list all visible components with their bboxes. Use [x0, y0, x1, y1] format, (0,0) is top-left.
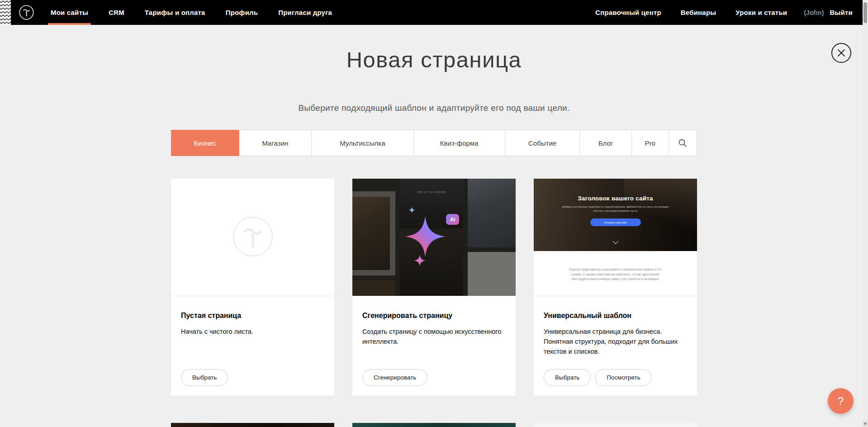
zigzag-pattern [0, 0, 11, 25]
card-actions: Выбрать Посмотреть [544, 369, 652, 386]
tab-business[interactable]: Бизнес [171, 130, 239, 156]
choose-button[interactable]: Выбрать [181, 369, 228, 386]
ai-sparkle-tiny-icon [408, 207, 415, 214]
nav-tariffs[interactable]: Тарифы и оплата [142, 0, 208, 25]
card-actions: Выбрать [181, 369, 228, 386]
nav-crm[interactable]: CRM [106, 0, 127, 25]
card-info: Пустая страница Начать с чистого листа. [171, 296, 334, 337]
nav-help-center[interactable]: Справочный центр [593, 0, 664, 25]
preview-button[interactable]: Посмотреть [595, 369, 651, 386]
card-title: Сгенерировать страницу [362, 312, 506, 320]
template-cta-button: Основное действие [590, 218, 641, 226]
website-collage: Title of Your Website [352, 179, 516, 296]
blank-page-preview [171, 179, 334, 296]
template-body-text: Коротко представьтесь и расскажите о ком… [569, 267, 663, 282]
card-actions: Сгенерировать [362, 369, 427, 386]
tab-quiz-form[interactable]: Квиз-форма [414, 130, 505, 156]
close-button[interactable] [831, 43, 851, 63]
help-button[interactable]: ? [828, 388, 854, 414]
tab-multilink[interactable]: Мультиссылка [312, 130, 413, 156]
partial-preview [171, 423, 334, 427]
template-grid: Пустая страница Начать с чистого листа. … [171, 179, 697, 396]
ai-sparkle-icon [405, 216, 446, 257]
nav-lessons[interactable]: Уроки и статьи [733, 0, 790, 25]
search-icon [678, 138, 688, 148]
page-subtitle: Выберите подходящий шаблон и адаптируйте… [0, 103, 868, 113]
generate-button[interactable]: Сгенерировать [362, 369, 427, 386]
card-description: Начать с чистого листа. [181, 327, 321, 337]
universal-template-preview: Заголовок вашего сайта Добавьте интересн… [534, 179, 697, 296]
ai-sparkle-small-icon [414, 255, 426, 266]
template-subtext: Добавьте интересные подробности о вашей … [562, 205, 669, 213]
card-info: Сгенерировать страницу Создать страницу … [352, 296, 516, 347]
template-grid-row2 [171, 423, 697, 427]
scrollbar-thumb[interactable] [863, 2, 867, 23]
secondary-nav: Справочный центр Вебинары Уроки и статьи… [593, 0, 855, 25]
nav-webinars[interactable]: Вебинары [678, 0, 719, 25]
card-description: Создать страницу с помощью искусственног… [362, 327, 503, 347]
scrollbar: ▼ [863, 0, 868, 427]
tab-shop[interactable]: Магазин [239, 130, 312, 156]
partial-preview [534, 423, 697, 427]
tab-search[interactable] [669, 130, 697, 156]
template-heading: Заголовок вашего сайта [534, 195, 697, 202]
close-icon [837, 48, 846, 57]
ai-collage-preview: Title of Your Website [352, 179, 516, 296]
nav-my-sites[interactable]: Мои сайты [48, 0, 91, 25]
ai-badge: AI [446, 214, 459, 225]
card-universal-template: Заголовок вашего сайта Добавьте интересн… [534, 179, 697, 396]
page-title: Новая страница [0, 47, 868, 72]
card-description: Универсальная страница для бизнеса. Поня… [544, 327, 684, 356]
logout-link[interactable]: Выйти [827, 0, 855, 25]
category-tabs: Бизнес Магазин Мультиссылка Квиз-форма С… [171, 130, 697, 156]
tilda-watermark-icon [232, 216, 274, 259]
card-title: Пустая страница [181, 312, 324, 320]
choose-button[interactable]: Выбрать [544, 369, 591, 386]
tab-pro[interactable]: Pro [632, 130, 669, 156]
card-partial-1 [171, 423, 334, 427]
template-thumbnail: Заголовок вашего сайта Добавьте интересн… [534, 179, 697, 296]
tilda-logo[interactable] [19, 5, 34, 20]
tab-event[interactable]: Событие [505, 130, 580, 156]
card-ai-generate: Title of Your Website [352, 179, 516, 396]
tab-blog[interactable]: Блог [580, 130, 631, 156]
card-partial-3 [534, 423, 697, 427]
nav-profile[interactable]: Профиль [223, 0, 261, 25]
scroll-down-arrow-icon[interactable]: ▼ [863, 421, 868, 427]
nav-invite-friend[interactable]: Пригласи друга [275, 0, 335, 25]
card-info: Универсальный шаблон Универсальная стран… [534, 296, 697, 356]
top-navbar: Мои сайты CRM Тарифы и оплата Профиль Пр… [0, 0, 868, 25]
main-nav: Мои сайты CRM Тарифы и оплата Профиль Пр… [48, 0, 335, 25]
card-blank-page: Пустая страница Начать с чистого листа. … [171, 179, 334, 396]
user-name: (John) [804, 9, 824, 16]
card-partial-2 [352, 423, 516, 427]
card-title: Универсальный шаблон [544, 312, 687, 320]
partial-preview [352, 423, 516, 427]
